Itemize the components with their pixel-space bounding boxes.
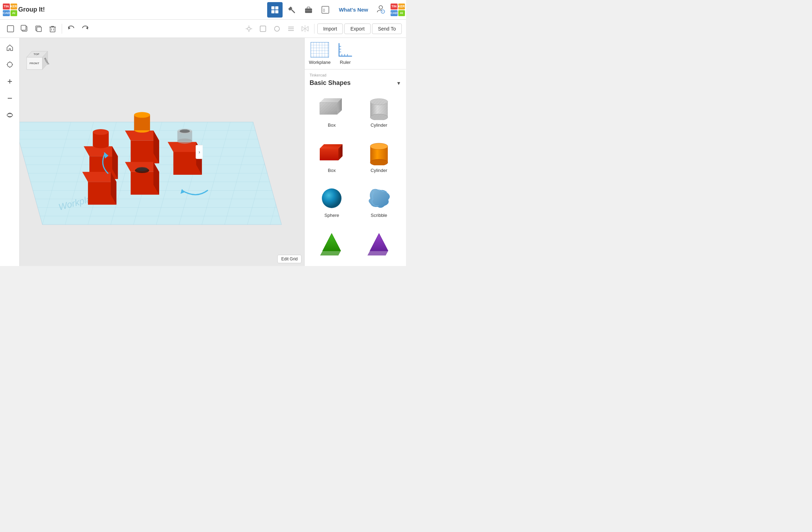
home-view-btn[interactable] bbox=[3, 41, 17, 55]
home-icon bbox=[6, 44, 14, 52]
panel-collapse-btn[interactable]: › bbox=[196, 145, 203, 159]
nav-code-btn[interactable]: {} bbox=[318, 2, 333, 18]
shape-icon-box-gray bbox=[318, 96, 346, 120]
svg-line-76 bbox=[270, 122, 299, 225]
export-btn[interactable]: Export bbox=[344, 24, 370, 34]
duplicate-btn[interactable] bbox=[32, 22, 45, 35]
undo-btn[interactable] bbox=[65, 22, 77, 35]
svg-rect-3 bbox=[275, 10, 278, 13]
svg-point-83 bbox=[93, 129, 109, 135]
dropdown-arrow-icon[interactable]: ▼ bbox=[396, 80, 401, 86]
measure-btn[interactable] bbox=[271, 22, 283, 35]
library-dropdown[interactable]: Basic Shapes ▼ bbox=[305, 79, 406, 90]
svg-text:+: + bbox=[382, 10, 384, 13]
shape-item-cylinder-orange[interactable]: Cylinder bbox=[357, 138, 401, 181]
orbit-btn[interactable] bbox=[3, 108, 17, 122]
ruler-tool-icon bbox=[336, 42, 354, 58]
svg-rect-17 bbox=[37, 27, 41, 32]
mirror-btn[interactable] bbox=[299, 22, 311, 35]
tinkercad-logo-right[interactable]: TIN KER CAD AI bbox=[391, 4, 403, 16]
light-btn[interactable] bbox=[243, 22, 255, 35]
svg-marker-141 bbox=[367, 251, 388, 255]
shape-item-box-gray[interactable]: Box bbox=[310, 93, 354, 135]
note-btn[interactable] bbox=[257, 22, 269, 35]
fit-view-btn[interactable] bbox=[3, 58, 17, 72]
shape-icon-sphere bbox=[318, 186, 346, 211]
shape-item-box-red[interactable]: Box bbox=[310, 138, 354, 181]
svg-point-135 bbox=[370, 143, 388, 149]
align-btn[interactable] bbox=[285, 22, 297, 35]
top-nav: TIN KER CAD AI Group It! bbox=[0, 0, 406, 20]
workplane-tool-icon bbox=[311, 42, 329, 58]
zoom-in-btn[interactable] bbox=[3, 74, 17, 88]
scribble-svg bbox=[365, 186, 393, 210]
shape-icon-cylinder-gray bbox=[365, 96, 393, 120]
roof-green-svg bbox=[318, 232, 345, 255]
copy-icon bbox=[20, 25, 29, 33]
shape-item-sphere[interactable]: Sphere bbox=[310, 183, 354, 226]
redo-btn[interactable] bbox=[79, 22, 92, 35]
user-profile-btn[interactable]: + bbox=[374, 3, 388, 17]
logo-ai: AI bbox=[11, 10, 17, 16]
orbit-icon bbox=[6, 111, 14, 119]
svg-point-97 bbox=[136, 167, 148, 171]
logo-right-cad: CAD bbox=[391, 10, 398, 16]
align-icon bbox=[287, 25, 295, 33]
svg-marker-117 bbox=[320, 102, 337, 114]
shape-icon-box-red bbox=[318, 141, 346, 166]
svg-rect-107 bbox=[311, 42, 329, 58]
import-btn[interactable]: Import bbox=[317, 24, 343, 34]
nav-icons: {} bbox=[267, 2, 333, 18]
workplane-icon-svg bbox=[311, 42, 329, 58]
shape-item-roof-green[interactable] bbox=[310, 228, 354, 264]
undo-icon bbox=[67, 25, 75, 33]
svg-marker-140 bbox=[370, 233, 388, 251]
svg-point-136 bbox=[370, 159, 388, 165]
trash-icon bbox=[48, 25, 57, 33]
zoom-out-btn[interactable] bbox=[3, 91, 17, 105]
delete-btn[interactable] bbox=[46, 22, 59, 35]
logo-right-tin: TIN bbox=[391, 4, 398, 9]
tinkercad-logo[interactable]: TIN KER CAD AI bbox=[3, 4, 15, 16]
mirror-icon bbox=[301, 25, 309, 33]
shape-item-roof-purple[interactable] bbox=[357, 228, 401, 264]
logo-cad: CAD bbox=[3, 10, 10, 16]
svg-rect-18 bbox=[50, 27, 55, 32]
code-icon: {} bbox=[322, 6, 329, 14]
toolbar: Import Export Send To bbox=[0, 20, 406, 38]
viewport-canvas: Workplane bbox=[20, 38, 304, 266]
svg-point-89 bbox=[134, 112, 150, 118]
logo-right-ai: AI bbox=[398, 10, 405, 16]
zoom-in-icon bbox=[6, 78, 14, 85]
send-to-btn[interactable]: Send To bbox=[372, 24, 402, 34]
right-panel: Workplane Ruler Tinkercad bbox=[304, 38, 406, 266]
box-red-svg bbox=[318, 141, 345, 165]
toolbar-sep-2 bbox=[314, 24, 314, 34]
svg-marker-131 bbox=[320, 148, 338, 160]
svg-marker-23 bbox=[86, 27, 88, 29]
roof-purple-svg bbox=[365, 232, 393, 255]
svg-marker-139 bbox=[320, 251, 341, 255]
nav-briefcase-btn[interactable] bbox=[301, 2, 316, 18]
svg-marker-34 bbox=[302, 26, 305, 31]
sphere-svg bbox=[318, 186, 345, 210]
workplane-tool[interactable]: Workplane bbox=[309, 42, 331, 65]
new-icon bbox=[6, 25, 15, 33]
viewport[interactable]: TOP FRONT RIGHT bbox=[20, 38, 304, 266]
shapes-grid: Box bbox=[305, 90, 406, 266]
shape-item-scribble[interactable]: Scribble bbox=[357, 183, 401, 226]
svg-line-5 bbox=[291, 9, 295, 13]
shape-item-cylinder-gray[interactable]: Cylinder bbox=[357, 93, 401, 135]
cube-navigator[interactable]: TOP FRONT RIGHT bbox=[23, 41, 56, 75]
nav-hammer-btn[interactable] bbox=[284, 2, 299, 18]
new-btn[interactable] bbox=[4, 22, 17, 35]
edit-grid-btn[interactable]: Edit Grid bbox=[277, 255, 302, 263]
nav-gallery-btn[interactable] bbox=[267, 2, 283, 18]
svg-point-37 bbox=[7, 62, 12, 67]
library-section-label: Tinkercad bbox=[305, 69, 406, 79]
ruler-tool[interactable]: Ruler bbox=[336, 42, 354, 65]
duplicate-icon bbox=[34, 25, 43, 33]
whats-new-btn[interactable]: What's New bbox=[336, 7, 371, 13]
copy-btn[interactable] bbox=[18, 22, 31, 35]
redo-icon bbox=[81, 25, 89, 33]
